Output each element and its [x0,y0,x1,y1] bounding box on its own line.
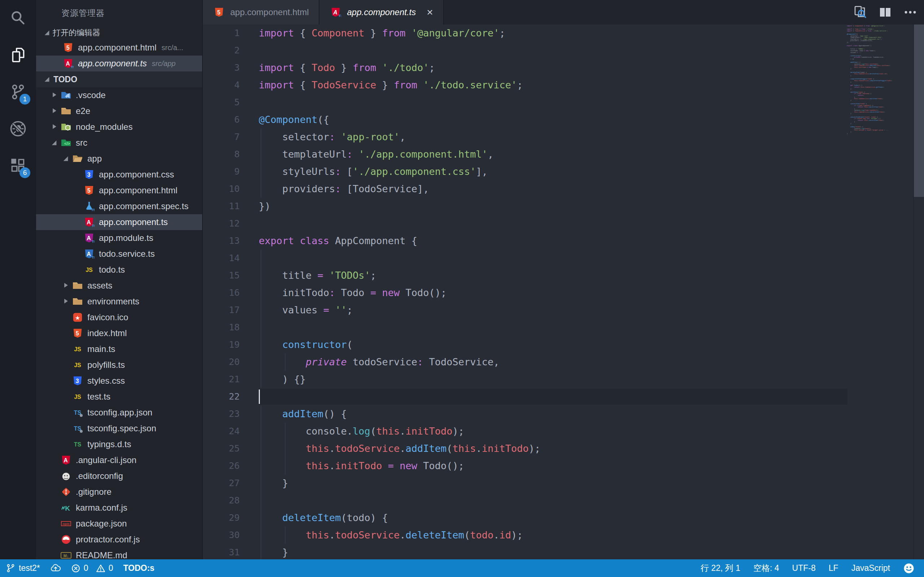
code-line-22[interactable]: 22 [203,388,924,405]
tree-item-environments[interactable]: environments [36,293,202,309]
code-line-9[interactable]: 9 styleUrls: ['./app.component.css'], [203,163,924,180]
chevron-collapsed-icon[interactable] [49,91,60,100]
tree-item-label: test.ts [87,392,110,402]
tree-item-main.ts[interactable]: JSmain.ts [36,341,202,357]
minimap[interactable]: import { Component } from '@angular/core… [847,25,913,134]
code-line-25[interactable]: 25 this.todoService.addItem(this.initTod… [203,440,924,457]
project-root-header[interactable]: TODO [36,71,202,87]
open-editors-header[interactable]: 打开的编辑器 [36,26,202,40]
tree-item-protractor.conf.js[interactable]: protractor.conf.js [36,532,202,548]
sync-status[interactable] [50,559,61,577]
chevron-collapsed-icon[interactable] [61,281,71,290]
code-line-16[interactable]: 16 initTodo: Todo = new Todo(); [203,284,924,301]
language-mode-status[interactable]: JavaScript [851,559,890,577]
tree-item-e2e[interactable]: e2e [36,103,202,119]
tree-item-app.component.ts[interactable]: ATSapp.component.ts [36,214,202,230]
source-control-view-button[interactable]: 1 [0,74,36,110]
code-line-29[interactable]: 29 deleteItem(todo) { [203,509,924,527]
tree-item-test.ts[interactable]: JStest.ts [36,389,202,405]
tree-item-.vscode[interactable]: .vscode [36,87,202,103]
code-line-15[interactable]: 15 title = 'TODOs'; [203,267,924,284]
tree-item-app.component.html[interactable]: 5app.component.html [36,182,202,198]
code-line-6[interactable]: 6@Component({ [203,111,924,128]
code-line-30[interactable]: 30 this.todoService.deleteItem(todo.id); [203,527,924,544]
tree-item-.gitignore[interactable]: .gitignore [36,484,202,500]
chevron-expanded-icon[interactable] [61,154,71,163]
code-line-2[interactable]: 2 [203,42,924,59]
more-actions-icon[interactable] [903,5,918,19]
code-line-24[interactable]: 24 console.log(this.initTodo); [203,423,924,440]
tree-item-favicon.ico[interactable]: ★favicon.ico [36,309,202,325]
cursor-position-status[interactable]: 行 22, 列 1 [701,559,740,577]
tree-item-todo.service.ts[interactable]: ATStodo.service.ts [36,246,202,262]
code-line-7[interactable]: 7 selector: 'app-root', [203,128,924,146]
code-line-8[interactable]: 8 templateUrl: './app.component.html', [203,146,924,163]
chevron-expanded-icon[interactable] [49,139,60,147]
code-editor[interactable]: 1import { Component } from '@angular/cor… [203,24,924,559]
code-line-13[interactable]: 13export class AppComponent { [203,232,924,250]
tree-item-app.component.spec.ts[interactable]: TSapp.component.spec.ts [36,198,202,214]
code-line-27[interactable]: 27 } [203,475,924,492]
chevron-collapsed-icon[interactable] [49,122,60,131]
open-editor-app.component.html[interactable]: 5app.component.htmlsrc/a... [36,40,202,56]
code-line-4[interactable]: 4import { TodoService } from './todo.ser… [203,76,924,94]
code-line-3[interactable]: 3import { Todo } from './todo'; [203,59,924,76]
tree-item-.angular-cli.json[interactable]: A.angular-cli.json [36,452,202,468]
scrollbar-slider[interactable] [914,24,924,197]
code-line-1[interactable]: 1import { Component } from '@angular/cor… [203,24,924,42]
tree-item-package.json[interactable]: npmpackage.json [36,516,202,532]
code-line-18[interactable]: 18 [203,319,924,336]
tree-item-label: app.component.ts [99,217,168,227]
tree-item-.editorconfig[interactable]: .editorconfig [36,468,202,484]
chevron-collapsed-icon[interactable] [61,297,71,306]
tree-item-typings.d.ts[interactable]: TStypings.d.ts [36,436,202,452]
tree-item-todo.ts[interactable]: JStodo.ts [36,262,202,278]
open-editor-app.component.ts[interactable]: ATSapp.component.tssrc/app [36,56,202,71]
problems-status[interactable]: 0 0 [71,559,113,577]
tree-item-src[interactable]: </>src [36,135,202,151]
code-line-26[interactable]: 26 this.initTodo = new Todo(); [203,457,924,475]
search-view-button[interactable] [0,0,36,37]
code-line-14[interactable]: 14 [203,250,924,267]
tree-item-polyfills.ts[interactable]: JSpolyfills.ts [36,357,202,373]
tree-item-index.html[interactable]: 5index.html [36,325,202,341]
code-line-20[interactable]: 20 private todoService: TodoService, [203,353,924,371]
tree-item-app.component.css[interactable]: 3app.component.css [36,167,202,182]
code-line-11[interactable]: 11}) [203,198,924,215]
tree-item-README.md[interactable]: M↓README.md [36,548,202,559]
tree-item-tsconfig.app.json[interactable]: TStsconfig.app.json [36,405,202,421]
todo-extension-status[interactable]: TODO:s [123,559,154,577]
code-line-21[interactable]: 21 ) {} [203,371,924,388]
split-editor-icon[interactable] [879,5,892,19]
code-line-12[interactable]: 12 [203,215,924,232]
tree-item-app.module.ts[interactable]: ATSapp.module.ts [36,230,202,246]
tree-item-app[interactable]: app [36,151,202,167]
tree-item-styles.css[interactable]: 3styles.css [36,373,202,389]
code-text: @Component({ [240,111,329,128]
indentation-status[interactable]: 空格: 4 [753,559,779,577]
code-line-31[interactable]: 31 } [203,544,924,559]
close-tab-icon[interactable]: × [426,7,433,18]
code-line-23[interactable]: 23 addItem() { [203,405,924,423]
tree-item-assets[interactable]: assets [36,278,202,293]
chevron-collapsed-icon[interactable] [49,107,60,115]
tree-item-karma.conf.js[interactable]: Kkarma.conf.js [36,500,202,516]
open-changes-icon[interactable] [853,5,868,19]
extensions-view-button[interactable]: 6 [0,147,36,184]
tab-app-component-ts[interactable]: ATS app.component.ts × [320,0,444,24]
code-line-17[interactable]: 17 values = ''; [203,301,924,319]
debug-view-button[interactable] [0,110,36,147]
encoding-status[interactable]: UTF-8 [792,559,816,577]
explorer-view-button[interactable] [0,37,36,74]
code-line-28[interactable]: 28 [203,492,924,509]
code-line-19[interactable]: 19 constructor( [203,336,924,353]
tree-item-tsconfig.spec.json[interactable]: TStsconfig.spec.json [36,421,202,436]
tree-item-node_modules[interactable]: node_modules [36,119,202,135]
git-branch-status[interactable]: test2* [6,559,40,577]
code-line-10[interactable]: 10 providers: [TodoService], [203,180,924,198]
code-text: selector: 'app-root', [240,128,405,146]
feedback-status[interactable] [903,559,914,577]
tab-app-component-html[interactable]: 5 app.component.html [203,0,320,24]
code-line-5[interactable]: 5 [203,94,924,111]
eol-status[interactable]: LF [829,559,838,577]
